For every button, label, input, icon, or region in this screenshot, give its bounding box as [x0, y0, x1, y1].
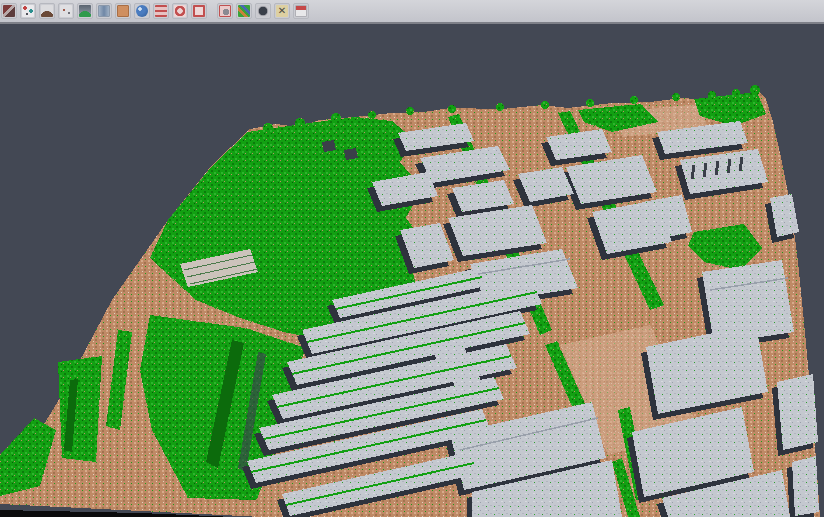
- vegetation-icon-button[interactable]: [77, 3, 93, 19]
- camera-icon: [257, 5, 269, 17]
- globe-icon-button[interactable]: [134, 3, 150, 19]
- viewport-3d[interactable]: [0, 26, 824, 517]
- surface-tile-icon: [117, 5, 129, 17]
- app-window: ✕: [0, 0, 824, 517]
- rectangle-select-icon: [193, 5, 205, 17]
- camera-icon-button[interactable]: [255, 3, 271, 19]
- circle-select-icon-button[interactable]: [172, 3, 188, 19]
- close-tool-icon: [295, 5, 307, 17]
- terrain-icon-button[interactable]: [39, 3, 55, 19]
- vegetation-icon: [79, 5, 91, 17]
- layers-icon: [155, 5, 167, 17]
- point-picking-icon: [22, 5, 34, 17]
- rectangle-select-icon-button[interactable]: [191, 3, 207, 19]
- profile-icon: [98, 5, 110, 17]
- profile-icon-button[interactable]: [96, 3, 112, 19]
- restore-view-icon: [3, 5, 15, 17]
- layers-icon-button[interactable]: [153, 3, 169, 19]
- toolbar: ✕: [0, 0, 824, 24]
- sparse-points-icon-button[interactable]: [58, 3, 74, 19]
- crop-icon: [219, 5, 231, 17]
- restore-view-icon-button[interactable]: [1, 3, 17, 19]
- clear-icon: ✕: [276, 5, 288, 17]
- circle-select-icon: [174, 5, 186, 17]
- globe-icon: [136, 5, 148, 17]
- classification-colors-icon-button[interactable]: [236, 3, 252, 19]
- close-tool-icon-button[interactable]: [293, 3, 309, 19]
- surface-tile-icon-button[interactable]: [115, 3, 131, 19]
- clear-icon-button[interactable]: ✕: [274, 3, 290, 19]
- point-picking-icon-button[interactable]: [20, 3, 36, 19]
- point-cloud-canvas[interactable]: [0, 26, 824, 517]
- classification-colors-icon: [238, 5, 250, 17]
- crop-icon-button[interactable]: [217, 3, 233, 19]
- sparse-points-icon: [60, 5, 72, 17]
- terrain-icon: [41, 5, 53, 17]
